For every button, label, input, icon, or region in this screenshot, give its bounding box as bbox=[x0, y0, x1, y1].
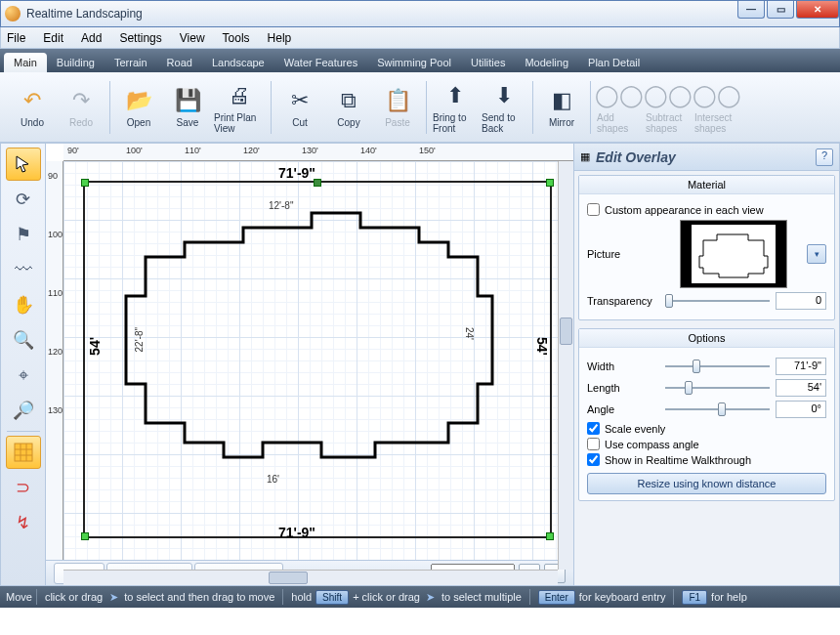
picture-dropdown-button[interactable]: ▾ bbox=[807, 244, 826, 264]
magnet-tool[interactable]: ⊃ bbox=[6, 471, 41, 504]
undo-button[interactable]: ↶Undo bbox=[8, 84, 57, 130]
overlay-icon: ▦ bbox=[580, 150, 590, 163]
tab-main[interactable]: Main bbox=[4, 53, 47, 72]
ruler-vertical: 90 100 110 120 130 bbox=[46, 161, 63, 560]
use-compass-checkbox[interactable] bbox=[587, 438, 600, 450]
intersectshapes-icon: ◯◯ bbox=[702, 81, 732, 110]
width-value[interactable]: 71'-9" bbox=[776, 358, 826, 375]
tab-terrain[interactable]: Terrain bbox=[105, 53, 157, 72]
length-value[interactable]: 54' bbox=[776, 379, 826, 397]
mirror-icon: ◧ bbox=[547, 86, 576, 115]
save-button[interactable]: 💾Save bbox=[163, 84, 212, 130]
tab-road[interactable]: Road bbox=[157, 53, 202, 72]
tab-landscape[interactable]: Landscape bbox=[202, 53, 274, 72]
dim-left: 54' bbox=[87, 337, 103, 356]
tab-water[interactable]: Water Features bbox=[274, 53, 367, 72]
scrollbar-vertical[interactable] bbox=[558, 161, 573, 570]
tab-plandetail[interactable]: Plan Detail bbox=[578, 53, 650, 72]
scrollbar-horizontal[interactable] bbox=[63, 570, 558, 585]
curve-tool[interactable]: 〰 bbox=[6, 253, 41, 286]
enter-key: Enter bbox=[538, 590, 575, 605]
dim-right: 54' bbox=[534, 337, 550, 356]
picture-preview bbox=[680, 220, 787, 288]
zoomin-tool[interactable]: 🔍 bbox=[6, 323, 41, 357]
pointer-tool[interactable] bbox=[6, 148, 41, 181]
menu-tools[interactable]: Tools bbox=[223, 31, 250, 45]
tab-building[interactable]: Building bbox=[47, 53, 105, 72]
close-button[interactable]: ✕ bbox=[796, 1, 839, 19]
tab-pool[interactable]: Swimming Pool bbox=[367, 53, 461, 72]
tab-modeling[interactable]: Modeling bbox=[515, 53, 578, 72]
zoomfit-tool[interactable]: ⌖ bbox=[6, 359, 41, 392]
cut-button[interactable]: ✂Cut bbox=[275, 84, 324, 130]
sendback-button[interactable]: ⬇Send to Back bbox=[480, 79, 528, 136]
sendback-icon: ⬇ bbox=[489, 81, 519, 110]
menubar: File Edit Add Settings View Tools Help bbox=[0, 27, 840, 49]
open-button[interactable]: 📂Open bbox=[114, 84, 163, 130]
subtractshapes-icon: ◯◯ bbox=[653, 81, 683, 110]
cursor-icon: ➤ bbox=[424, 590, 438, 604]
marker-tool[interactable]: ⚑ bbox=[6, 218, 41, 251]
mirror-button[interactable]: ◧Mirror bbox=[537, 84, 586, 130]
options-section: Options Width 71'-9" Length 54' Angle 0°… bbox=[578, 328, 835, 501]
copy-icon: ⧉ bbox=[334, 86, 363, 115]
tab-utilities[interactable]: Utilities bbox=[461, 53, 515, 72]
shift-key: Shift bbox=[315, 590, 349, 605]
panel-header: ▦ Edit Overlay ? bbox=[574, 144, 839, 171]
canvas[interactable]: 71'-9" 71'-9" 54' 54' 12'-8" 22'-8" 24' … bbox=[63, 161, 573, 560]
redo-button[interactable]: ↷Redo bbox=[57, 84, 105, 130]
length-slider[interactable] bbox=[665, 379, 770, 397]
paste-button[interactable]: 📋Paste bbox=[373, 84, 422, 130]
transparency-value[interactable]: 0 bbox=[776, 292, 826, 310]
rotate-tool[interactable]: ⟳ bbox=[6, 183, 41, 216]
dim-bottom: 71'-9" bbox=[278, 525, 315, 540]
f1-key: F1 bbox=[682, 590, 707, 605]
addshapes-icon: ◯◯ bbox=[605, 81, 634, 110]
menu-edit[interactable]: Edit bbox=[43, 31, 63, 45]
maximize-button[interactable]: ▭ bbox=[767, 1, 794, 19]
show-realtime-checkbox[interactable] bbox=[587, 453, 600, 466]
status-mode: Move bbox=[6, 591, 32, 603]
menu-help[interactable]: Help bbox=[268, 31, 292, 45]
minimize-button[interactable]: — bbox=[737, 1, 765, 19]
menu-settings[interactable]: Settings bbox=[119, 31, 161, 45]
app-title: Realtime Landscaping bbox=[26, 7, 143, 21]
tool-tray: ⟳ ⚑ 〰 ✋ 🔍 ⌖ 🔎 ⊃ ↯ bbox=[1, 144, 46, 585]
cursor-icon: ➤ bbox=[106, 590, 120, 604]
pan-tool[interactable]: ✋ bbox=[6, 288, 41, 321]
ribbon: ↶Undo ↷Redo 📂Open 💾Save 🖨Print Plan View… bbox=[0, 72, 840, 143]
canvas-wrap: 90' 100' 110' 120' 130' 140' 150' 90 100… bbox=[46, 144, 573, 585]
scissors-icon: ✂ bbox=[285, 86, 315, 115]
grid-tool[interactable] bbox=[6, 436, 41, 469]
bringfront-button[interactable]: ⬆Bring to Front bbox=[431, 79, 480, 136]
angle-value[interactable]: 0° bbox=[776, 401, 826, 418]
folder-icon: 📂 bbox=[124, 86, 153, 115]
scale-evenly-checkbox[interactable] bbox=[587, 422, 600, 435]
intersectshapes-button: ◯◯Intersect shapes bbox=[693, 79, 741, 136]
floor-plan bbox=[116, 208, 497, 470]
menu-file[interactable]: File bbox=[7, 31, 25, 45]
copy-button[interactable]: ⧉Copy bbox=[324, 84, 373, 130]
zoomout-tool[interactable]: 🔎 bbox=[6, 394, 41, 427]
resize-known-distance-button[interactable]: Resize using known distance bbox=[587, 473, 826, 494]
transparency-slider[interactable] bbox=[665, 292, 770, 310]
snap-tool[interactable]: ↯ bbox=[6, 506, 41, 539]
menu-add[interactable]: Add bbox=[81, 31, 102, 45]
printer-icon: 🖨 bbox=[225, 81, 254, 110]
angle-slider[interactable] bbox=[665, 401, 770, 418]
help-button[interactable]: ? bbox=[816, 148, 833, 166]
panel-title: Edit Overlay bbox=[596, 149, 676, 165]
width-slider[interactable] bbox=[665, 358, 770, 375]
subtractshapes-button: ◯◯Subtract shapes bbox=[644, 79, 693, 136]
dim-top: 71'-9" bbox=[278, 165, 315, 181]
custom-appearance-checkbox[interactable] bbox=[587, 203, 600, 216]
side-panel: ▦ Edit Overlay ? Material Custom appeara… bbox=[573, 144, 839, 585]
ruler-horizontal: 90' 100' 110' 120' 130' 140' 150' bbox=[63, 144, 573, 161]
status-bar: Move click or drag➤to select and then dr… bbox=[0, 586, 840, 608]
printplanview-button[interactable]: 🖨Print Plan View bbox=[212, 79, 267, 136]
addshapes-button: ◯◯Add shapes bbox=[595, 79, 644, 136]
bringfront-icon: ⬆ bbox=[441, 81, 470, 110]
redo-icon: ↷ bbox=[66, 86, 96, 115]
app-icon bbox=[5, 6, 21, 21]
menu-view[interactable]: View bbox=[180, 31, 205, 45]
